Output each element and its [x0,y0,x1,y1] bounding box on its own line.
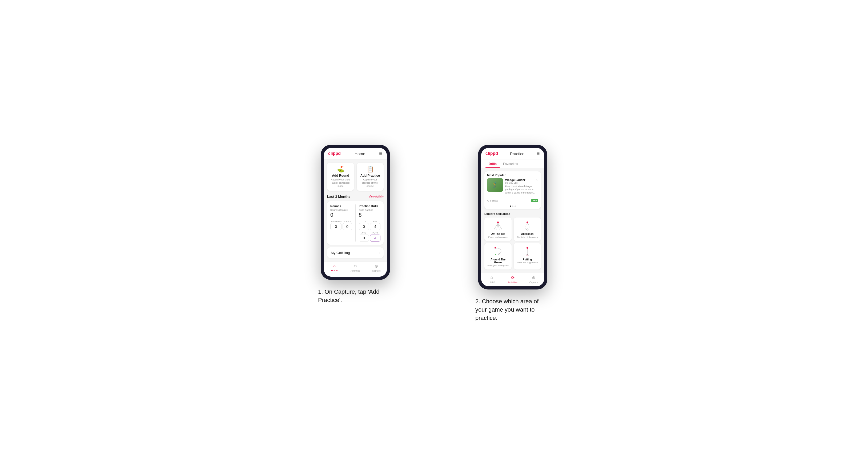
phone1-header: clippd Home ☰ [324,148,387,159]
my-golf-bag-text: My Golf Bag [331,251,350,255]
nav-home-phone1[interactable]: ⌂ Home [324,263,345,274]
svg-point-14 [527,255,528,256]
svg-point-5 [527,221,528,223]
add-practice-card[interactable]: 📋 Add Practice Capture your practice off… [357,163,383,191]
practice-value: 0 [343,223,352,230]
capture-nav-icon-p2: ⊕ [532,275,535,280]
putting-name: Putting [516,258,538,261]
my-golf-bag[interactable]: My Golf Bag › [327,247,383,258]
home-nav-label-p2: Home [488,281,495,283]
around-green-diagram [491,246,505,256]
skill-card-putting[interactable]: Putting Make and lag practice [514,243,541,270]
putt-label: PUTT [370,231,380,234]
app-label: APP [370,220,380,223]
approach-name: Approach [516,232,538,236]
nav-activities-phone1[interactable]: ⟳ Activities [345,263,366,274]
dot-2 [512,206,514,207]
off-the-tee-diagram [491,220,505,231]
around-green-svg [491,246,505,256]
most-popular-title: Most Popular [485,172,541,178]
off-the-tee-name: Off The Tee [487,232,509,236]
home-nav-icon-p2: ⌂ [491,275,493,280]
phone2-header-title: Practice [510,151,524,156]
add-round-desc: Record your shots fast or enhanced mode [330,178,351,188]
phone1-screen: clippd Home ☰ ⛳ Add Round Record your sh… [324,148,387,277]
around-green-desc: Hone your short game [487,264,509,267]
around-green-name: Around The Green [487,258,509,264]
wedge-ladder-yds: 50–100 yds [505,182,525,184]
skill-card-off-the-tee[interactable]: Off The Tee Power and accuracy [485,218,512,241]
practice-inner: Most Popular 🏌 Wedge Ladder 50–100 yds [481,168,544,273]
skill-card-around-green[interactable]: Around The Green Hone your short game [485,243,512,270]
tournament-label: Tournament [330,220,341,223]
arg-value: 0 [359,235,369,242]
last3months-header: Last 3 Months View Activity [327,195,383,198]
wedge-ladder-card[interactable]: 🏌 Wedge Ladder 50–100 yds ☆ [485,178,541,197]
phone2-logo: clippd [486,151,498,156]
nav-home-phone2[interactable]: ⌂ Home [481,275,502,284]
favourite-star-icon[interactable]: ☆ [535,178,538,182]
off-the-tee-svg [491,220,505,231]
approach-svg [521,220,534,231]
tournament-item: Tournament 0 [330,220,341,230]
caption2: 2. Choose which area of your game you wa… [475,298,550,322]
putt-item: PUTT 4 [370,231,380,242]
page-container: clippd Home ☰ ⛳ Add Round Record your sh… [287,145,581,322]
app-value: 4 [370,223,380,230]
phone1-menu-icon[interactable]: ☰ [379,151,382,156]
arg-item: ARG 0 [359,231,369,242]
phone2-bottom-nav: ⌂ Home ⟳ Activities ⊕ Capture [481,273,544,286]
phone2-frame: clippd Practice ☰ Drills Favourites Most… [478,145,547,289]
shots-count: ⏱ 9 shots [487,199,498,202]
nav-capture-phone2[interactable]: ⊕ Capture [523,275,544,284]
action-cards-container: ⛳ Add Round Record your shots fast or en… [327,163,383,191]
rounds-col-title: Rounds [330,205,352,208]
view-activity-link[interactable]: View Activity [369,195,383,198]
add-round-icon: ⛳ [330,166,351,173]
rounds-capture-label: Rounds Capture [330,209,352,211]
add-round-card[interactable]: ⛳ Add Round Record your shots fast or en… [327,163,354,191]
phone1-frame: clippd Home ☰ ⛳ Add Round Record your sh… [321,145,390,280]
phone2-menu-icon[interactable]: ☰ [536,151,540,156]
putting-diagram [521,246,534,256]
app-badge: APP [531,199,538,202]
drills-capture-label: Drills Capture [359,209,381,211]
dot-3 [515,206,516,207]
practice-drills-title: Practice Drills [359,205,381,208]
tab-favourites[interactable]: Favourites [500,159,521,168]
practice-label: Practice [343,220,352,223]
approach-diagram [521,220,534,231]
skill-grid: Off The Tee Power and accuracy [485,218,541,270]
phone2-screen: clippd Practice ☰ Drills Favourites Most… [481,148,544,286]
chevron-right-icon: › [378,251,380,255]
skill-card-approach[interactable]: Approach Dial-in to hit the green [514,218,541,241]
putting-desc: Make and lag practice [516,261,538,264]
nav-activities-phone2[interactable]: ⟳ Activities [502,275,523,284]
stats-row: Rounds Rounds Capture 0 Tournament 0 [330,205,380,242]
most-popular-card: Most Popular 🏌 Wedge Ladder 50–100 yds [485,172,541,209]
off-the-tee-desc: Power and accuracy [487,236,509,238]
ott-value: 0 [359,223,369,230]
capture-nav-label-p2: Capture [529,281,538,284]
nav-capture-phone1[interactable]: ⊕ Capture [366,263,387,274]
add-round-title: Add Round [330,174,351,178]
tab-drills[interactable]: Drills [486,159,500,168]
phone1-bottom-nav: ⌂ Home ⟳ Activities ⊕ Capture [324,261,387,277]
rounds-col: Rounds Rounds Capture 0 Tournament 0 [330,205,352,242]
wedge-ladder-name: Wedge Ladder [505,178,525,182]
ott-label: OTT [359,220,369,223]
dot-1 [510,206,511,207]
add-practice-icon: 📋 [359,166,381,173]
rounds-capture-value: 0 [330,212,352,218]
practice-item: Practice 0 [343,220,352,230]
wedge-ladder-image: 🏌 [487,178,503,192]
phone1-header-title: Home [354,151,365,156]
add-practice-desc: Capture your practice off-the-course [359,178,381,188]
activities-nav-label-p2: Activities [508,281,518,284]
svg-point-10 [527,247,528,249]
activities-nav-icon: ⟳ [354,263,357,269]
nav-underline-activities [350,274,361,274]
activities-nav-label: Activities [350,270,360,272]
phone2-header: clippd Practice ☰ [481,148,544,159]
tab-bar: Drills Favourites [481,159,544,168]
